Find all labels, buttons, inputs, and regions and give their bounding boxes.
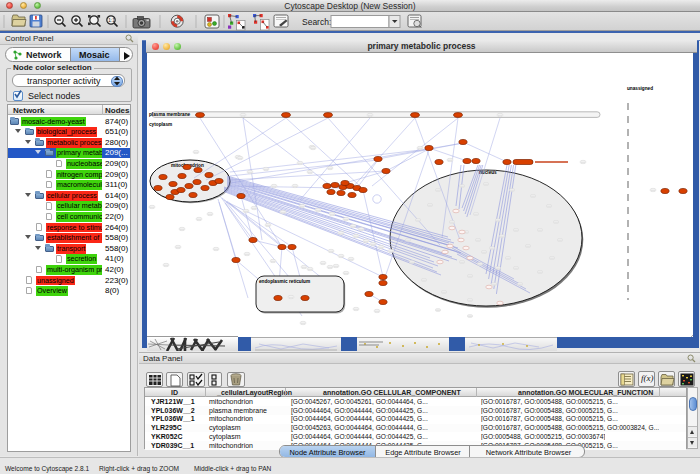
svg-text:unassigned: unassigned (627, 86, 653, 91)
svg-text:endoplasmic reticulum: endoplasmic reticulum (259, 279, 310, 284)
svg-text:Search:: Search: (302, 17, 331, 27)
svg-text:nucleus: nucleus (479, 170, 497, 175)
svg-text:plasma membrane: plasma membrane (149, 112, 191, 117)
svg-text:cytoplasm: cytoplasm (149, 122, 172, 127)
svg-text:1:1: 1:1 (108, 18, 115, 23)
